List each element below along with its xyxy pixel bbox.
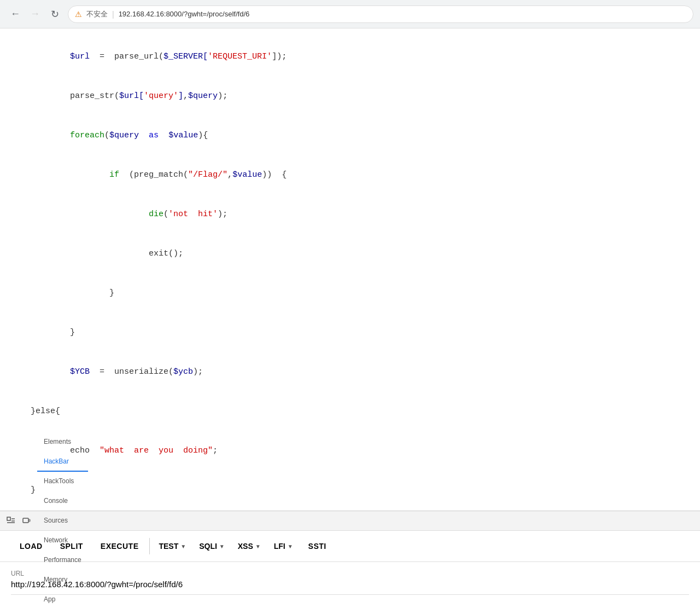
hackbar-btn-lfi[interactable]: LFI ▼	[267, 537, 300, 555]
security-label: 不安全	[86, 9, 108, 19]
browser-chrome: ← → ↻ ⚠ 不安全 | 192.168.42.16:8000/?gwht=/…	[0, 0, 700, 28]
devtools-tab-sources[interactable]: Sources	[37, 511, 88, 531]
device-icon[interactable]	[20, 514, 33, 528]
dropdown-arrow: ▼	[219, 543, 225, 549]
dropdown-arrow: ▼	[255, 543, 261, 549]
url-separator: |	[112, 10, 114, 19]
reload-button[interactable]: ↻	[46, 5, 63, 23]
hackbar-btn-execute[interactable]: EXECUTE	[92, 537, 148, 555]
devtools-tab-console[interactable]: Console	[37, 491, 88, 511]
hackbar-btn-ssti[interactable]: SSTI	[300, 537, 335, 555]
devtools-tab-bar: ElementsHackBarHackToolsConsoleSourcesNe…	[0, 511, 700, 531]
hackbar-btn-test[interactable]: TEST ▼	[152, 537, 192, 555]
hackbar-divider-1	[149, 538, 150, 554]
code-line-1: $url = parse_url($_SERVER['REQUEST_URI']…	[11, 37, 689, 77]
back-button[interactable]: ←	[7, 5, 24, 23]
bottom-spacer	[0, 595, 700, 608]
code-line-5: die('not hit');	[11, 195, 689, 234]
hackbar-btn-xss[interactable]: XSS ▼	[231, 537, 267, 555]
svg-rect-0	[7, 517, 10, 520]
hackbar-toolbar: LOADSPLITEXECUTETEST ▼SQLI ▼XSS ▼LFI ▼SS…	[0, 531, 700, 562]
hackbar-btn-load[interactable]: LOAD	[11, 537, 51, 555]
code-line-8: }	[11, 313, 689, 352]
nav-buttons: ← → ↻	[7, 5, 63, 23]
devtools-tab-elements[interactable]: Elements	[37, 432, 88, 452]
address-bar[interactable]: ⚠ 不安全 | 192.168.42.16:8000/?gwht=/proc/s…	[68, 5, 693, 23]
code-line-9: $YCB = unserialize($ycb);	[11, 352, 689, 392]
code-line-10: }else{	[11, 392, 689, 431]
code-line-12: }	[11, 471, 689, 510]
code-area: $url = parse_url($_SERVER['REQUEST_URI']…	[0, 28, 700, 558]
hackbar-btn-sqli[interactable]: SQLI ▼	[192, 537, 231, 555]
code-line-11: echo "what are you doing";	[11, 431, 689, 471]
dropdown-arrow: ▼	[180, 543, 186, 549]
url-label: URL	[11, 570, 689, 577]
forward-button[interactable]: →	[26, 5, 44, 23]
code-line-2: parse_str($url['query'],$query);	[11, 77, 689, 116]
svg-rect-2	[29, 519, 30, 522]
code-line-6: exit();	[11, 234, 689, 274]
devtools-panel: ElementsHackBarHackToolsConsoleSourcesNe…	[0, 511, 700, 608]
devtools-icons	[4, 514, 33, 528]
hackbar-btn-split[interactable]: SPLIT	[51, 537, 92, 555]
code-line-4: if (preg_match("/Flag/",$value)) {	[11, 155, 689, 195]
dropdown-arrow: ▼	[288, 543, 293, 549]
devtools-tab-app[interactable]: App	[37, 590, 88, 609]
devtools-tab-hacktools[interactable]: HackTools	[37, 472, 88, 491]
code-line-7: }	[11, 274, 689, 313]
url-value: http://192.168.42.16:8000/?gwht=/proc/se…	[11, 580, 689, 589]
svg-rect-1	[23, 518, 28, 523]
devtools-tab-hackbar[interactable]: HackBar	[37, 452, 88, 472]
warning-icon: ⚠	[75, 10, 82, 19]
browser-url: 192.168.42.16:8000/?gwht=/proc/self/fd/6	[119, 10, 250, 18]
url-section: URL http://192.168.42.16:8000/?gwht=/pro…	[0, 562, 700, 594]
inspect-icon[interactable]	[4, 514, 18, 528]
code-line-3: foreach($query as $value){	[11, 116, 689, 155]
